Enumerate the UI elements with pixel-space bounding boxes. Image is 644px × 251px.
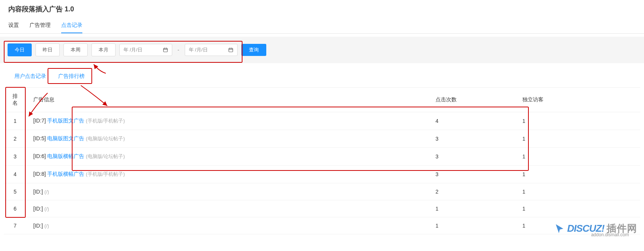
table-row: 5[ID:] (/)21 <box>4 183 640 200</box>
svg-rect-4 <box>229 48 233 52</box>
cell-info: [ID:] (/) <box>26 217 429 234</box>
ad-meta: (电脑版/论坛帖子) <box>86 153 125 159</box>
cell-info: [ID:6] 电脑版横幅广告 (电脑版/论坛帖子) <box>26 148 429 166</box>
cell-info: [ID:] (/) <box>26 200 429 217</box>
tab-click-log[interactable]: 点击记录 <box>61 18 82 33</box>
date-end-placeholder: 年 /月/日 <box>189 46 208 53</box>
cell-clicks: 2 <box>429 183 516 200</box>
tab-settings[interactable]: 设置 <box>8 18 19 33</box>
cell-info: [ID:5] 电脑版图文广告 (电脑版/论坛帖子) <box>26 130 429 148</box>
cell-clicks: 4 <box>429 112 516 130</box>
cell-visitors: 1 <box>516 200 640 217</box>
watermark-sub: addon.dismall.com <box>591 232 629 237</box>
ad-id: [ID:] <box>33 206 43 212</box>
cell-rank: 6 <box>4 200 26 217</box>
filter-today-button[interactable]: 今日 <box>8 43 32 56</box>
cell-visitors: 1 <box>516 166 640 183</box>
sub-tab-user-click-log[interactable]: 用户点击记录 <box>8 70 52 83</box>
cell-rank: 3 <box>4 148 26 166</box>
cell-rank: 5 <box>4 183 26 200</box>
query-button[interactable]: 查询 <box>241 44 266 56</box>
cursor-icon <box>554 223 565 234</box>
header-visitors: 独立访客 <box>516 88 640 112</box>
ad-name-link[interactable]: 电脑版横幅广告 <box>47 153 84 159</box>
filter-this-week-button[interactable]: 本周 <box>63 43 88 56</box>
tab-ad-manage[interactable]: 广告管理 <box>29 18 51 33</box>
date-end-input[interactable]: 年 /月/日 <box>185 44 238 56</box>
svg-rect-0 <box>164 48 168 52</box>
page-title: 内容段落插入广告 1.0 <box>0 0 644 18</box>
ad-meta: (/) <box>45 223 49 229</box>
cell-clicks: 3 <box>429 166 516 183</box>
calendar-icon <box>163 47 168 53</box>
table-row: 4[ID:8] 手机版横幅广告 (手机版/手机帖子)31 <box>4 166 640 183</box>
ad-meta: (/) <box>45 189 49 195</box>
header-info: 广告信息 <box>26 88 429 112</box>
ad-name-link[interactable]: 手机版图文广告 <box>47 118 84 124</box>
cell-rank: 7 <box>4 217 26 234</box>
cell-visitors: 1 <box>516 130 640 148</box>
ad-meta: (/) <box>45 206 49 212</box>
header-clicks: 点击次数 <box>429 88 516 112</box>
filter-bar: 今日 昨日 本周 本月 年 /月/日 - 年 /月/日 查询 <box>0 37 644 63</box>
calendar-icon <box>228 47 233 53</box>
table-row: 2[ID:5] 电脑版图文广告 (电脑版/论坛帖子)31 <box>4 130 640 148</box>
ad-name-link[interactable]: 电脑版图文广告 <box>47 135 84 141</box>
table-header-row: 排名 广告信息 点击次数 独立访客 <box>4 88 640 112</box>
cell-rank: 4 <box>4 166 26 183</box>
cell-clicks: 3 <box>429 130 516 148</box>
ad-id: [ID:] <box>33 189 43 195</box>
cell-info: [ID:7] 手机版图文广告 (手机版/手机帖子) <box>26 112 429 130</box>
table-row: 6[ID:] (/)11 <box>4 200 640 217</box>
ad-meta: (手机版/手机帖子) <box>86 171 125 177</box>
cell-clicks: 3 <box>429 148 516 166</box>
filter-this-month-button[interactable]: 本月 <box>91 43 116 56</box>
ad-id: [ID:5] <box>33 135 46 141</box>
watermark: DISCUZ! 插件网 addon.dismall.com <box>554 222 637 235</box>
cell-clicks: 1 <box>429 217 516 234</box>
ad-name-link[interactable]: 手机版横幅广告 <box>47 171 84 177</box>
ad-id: [ID:8] <box>33 171 46 177</box>
date-start-input[interactable]: 年 /月/日 <box>119 44 172 56</box>
cell-rank: 2 <box>4 130 26 148</box>
table-row: 1[ID:7] 手机版图文广告 (手机版/手机帖子)41 <box>4 112 640 130</box>
header-rank: 排名 <box>4 88 26 112</box>
filter-yesterday-button[interactable]: 昨日 <box>36 43 60 56</box>
ad-id: [ID:7] <box>33 118 46 124</box>
ad-id: [ID:] <box>33 223 43 229</box>
table-row: 7[ID:] (/)11 <box>4 217 640 234</box>
sub-tab-ad-ranking[interactable]: 广告排行榜 <box>52 70 91 83</box>
cell-clicks: 1 <box>429 200 516 217</box>
date-separator: - <box>176 47 181 53</box>
cell-info: [ID:] (/) <box>26 183 429 200</box>
table-row: 3[ID:6] 电脑版横幅广告 (电脑版/论坛帖子)31 <box>4 148 640 166</box>
ad-id: [ID:6] <box>33 153 46 159</box>
ad-meta: (电脑版/论坛帖子) <box>86 136 125 141</box>
cell-visitors: 1 <box>516 148 640 166</box>
cell-visitors: 1 <box>516 183 640 200</box>
date-start-placeholder: 年 /月/日 <box>124 46 142 53</box>
main-tabs: 设置 广告管理 点击记录 <box>0 18 644 34</box>
ad-meta: (手机版/手机帖子) <box>86 118 125 124</box>
cell-rank: 1 <box>4 112 26 130</box>
cell-info: [ID:8] 手机版横幅广告 (手机版/手机帖子) <box>26 166 429 183</box>
cell-visitors: 1 <box>516 112 640 130</box>
sub-tabs: 用户点击记录 广告排行榜 <box>0 63 644 87</box>
ranking-table-wrap: 排名 广告信息 点击次数 独立访客 1[ID:7] 手机版图文广告 (手机版/手… <box>0 87 644 238</box>
ranking-table: 排名 广告信息 点击次数 独立访客 1[ID:7] 手机版图文广告 (手机版/手… <box>4 87 640 234</box>
